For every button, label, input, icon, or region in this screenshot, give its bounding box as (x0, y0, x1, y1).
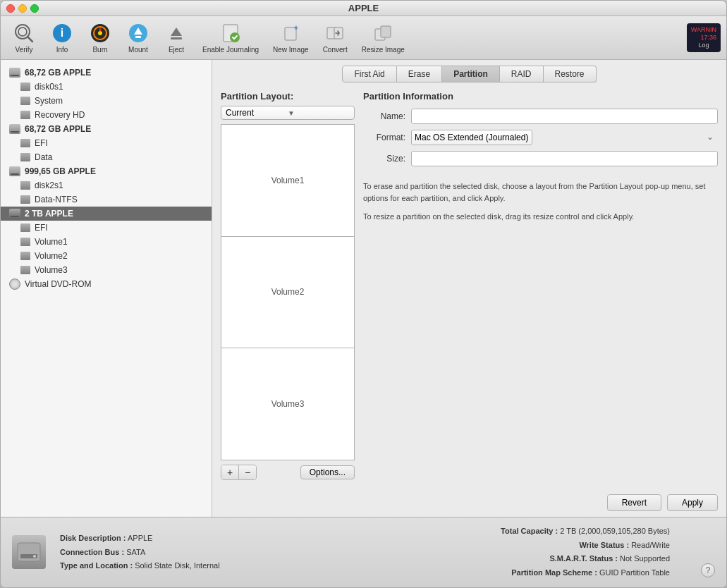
titlebar: APPLE (1, 1, 726, 16)
partition-layout-title: Partition Layout: (221, 91, 355, 102)
format-select-wrapper: Mac OS Extended (Journaled) (411, 130, 718, 145)
partition-label-vol2: Volume2 (271, 287, 305, 297)
sidebar-item-recovery-hd[interactable]: Recovery HD (1, 108, 212, 122)
minimize-button[interactable] (18, 4, 27, 13)
volume-icon-efi2 (20, 223, 30, 232)
sidebar-item-disk4[interactable]: 2 TB APPLE (1, 207, 212, 221)
sidebar-item-efi1[interactable]: EFI (1, 136, 212, 150)
smart-value: Not Supported (620, 554, 670, 563)
conn-bus-label: Connection Bus : (60, 548, 124, 556)
main-window: APPLE Verify i Info (0, 0, 727, 588)
toolbar-new-image[interactable]: + New Image (267, 19, 314, 56)
sidebar-item-disk1[interactable]: 68,72 GB APPLE (1, 66, 212, 80)
convert-icon (324, 22, 346, 44)
sidebar: 68,72 GB APPLE disk0s1 System Recovery H… (1, 60, 212, 517)
toolbar-mount[interactable]: Mount (121, 19, 156, 56)
dropdown-arrow-icon: ▼ (288, 109, 350, 117)
new-image-icon: + (279, 22, 302, 44)
status-bar: Disk Description : APPLE Connection Bus … (1, 517, 726, 587)
toolbar-eject[interactable]: Eject (159, 19, 194, 56)
sidebar-item-data[interactable]: Data (1, 150, 212, 164)
size-input[interactable] (411, 151, 718, 166)
toolbar-convert[interactable]: Convert (317, 19, 353, 56)
disk-desc-label: Disk Description : (60, 534, 126, 542)
partition-item-vol1[interactable]: Volume1 (221, 125, 354, 237)
log-label: Log (691, 42, 716, 49)
sidebar-item-virtual-dvd[interactable]: Virtual DVD-ROM (1, 277, 212, 291)
volume-icon-disk2s1 (20, 181, 30, 190)
revert-button[interactable]: Revert (607, 494, 661, 511)
format-label: Format: (363, 133, 405, 142)
traffic-lights (6, 4, 39, 13)
type-loc-value: Solid State Disk, Internal (135, 561, 219, 570)
help-button[interactable]: ? (701, 563, 715, 577)
partition-layout-section: Partition Layout: Current ▼ Volume1 Volu… (221, 91, 355, 480)
sidebar-item-disk2s1[interactable]: disk2s1 (1, 178, 212, 192)
add-partition-button[interactable]: + (221, 465, 238, 479)
partition-info-section: Partition Information Name: Format: Mac … (363, 91, 718, 480)
volume-icon-vol1 (20, 238, 30, 246)
toolbar-enable-journaling[interactable]: Enable Journaling (197, 19, 264, 56)
svg-point-2 (18, 27, 27, 36)
burn-label: Burn (92, 46, 107, 54)
type-loc-label: Type and Location : (60, 561, 133, 570)
tab-erase[interactable]: Erase (397, 66, 442, 82)
svg-point-23 (33, 555, 36, 558)
sidebar-item-volume3[interactable]: Volume3 (1, 263, 212, 277)
info-description-2: To resize a partition on the selected di… (363, 211, 718, 223)
partition-item-vol2[interactable]: Volume2 (221, 237, 354, 349)
panel-body: Partition Layout: Current ▼ Volume1 Volu… (212, 82, 726, 489)
sidebar-item-data-ntfs[interactable]: Data-NTFS (1, 192, 212, 207)
disk-large-icon (12, 535, 46, 569)
partition-label-vol3: Volume3 (271, 399, 305, 409)
sidebar-item-disk2[interactable]: 68,72 GB APPLE (1, 122, 212, 136)
window-title: APPLE (348, 3, 379, 13)
sidebar-item-system[interactable]: System (1, 94, 212, 108)
volume-icon-efi1 (20, 139, 30, 147)
tab-raid[interactable]: RAID (500, 66, 544, 82)
layout-dropdown[interactable]: Current ▼ (221, 106, 355, 120)
close-button[interactable] (6, 4, 15, 13)
log-button[interactable]: WARNIN 17:36 Log (687, 23, 721, 51)
partition-label-vol1: Volume1 (271, 176, 305, 185)
verify-icon (13, 22, 35, 44)
dvd-icon (9, 278, 20, 290)
disk-icon-4 (9, 209, 20, 219)
partition-canvas: Volume1 Volume2 Volume3 (221, 124, 355, 460)
zoom-button[interactable] (30, 4, 39, 13)
convert-label: Convert (323, 46, 348, 54)
partition-info-title: Partition Information (363, 91, 718, 102)
partition-item-vol3[interactable]: Volume3 (221, 348, 354, 460)
svg-rect-10 (135, 36, 141, 38)
format-select[interactable]: Mac OS Extended (Journaled) (411, 130, 532, 145)
tab-first-aid[interactable]: First Aid (342, 66, 396, 82)
eject-icon (165, 22, 188, 44)
toolbar-burn[interactable]: Burn (83, 19, 118, 56)
svg-rect-12 (171, 37, 182, 39)
sidebar-item-efi2[interactable]: EFI (1, 221, 212, 235)
total-cap-label: Total Capacity : (501, 527, 558, 535)
write-status-value: Read/Write (631, 541, 670, 549)
toolbar-info[interactable]: i Info (44, 19, 80, 56)
info-text: To erase and partition the selected disk… (363, 180, 718, 230)
sidebar-item-disk3[interactable]: 999,65 GB APPLE (1, 164, 212, 178)
svg-rect-21 (18, 543, 40, 561)
toolbar-resize-image[interactable]: Resize Image (356, 19, 410, 56)
sidebar-item-volume1[interactable]: Volume1 (1, 235, 212, 249)
size-label: Size: (363, 154, 405, 164)
sidebar-item-volume2[interactable]: Volume2 (1, 249, 212, 263)
options-button[interactable]: Options... (300, 465, 355, 479)
tabs-bar: First Aid Erase Partition RAID Restore (212, 60, 726, 82)
disk-icon-3 (9, 166, 20, 176)
name-input[interactable] (411, 109, 718, 124)
toolbar-verify[interactable]: Verify (6, 19, 42, 56)
tab-restore[interactable]: Restore (544, 66, 597, 82)
apply-button[interactable]: Apply (667, 494, 718, 511)
sidebar-item-disk0s1[interactable]: disk0s1 (1, 80, 212, 94)
volume-icon-data (20, 153, 30, 161)
tab-partition[interactable]: Partition (442, 66, 500, 82)
remove-partition-button[interactable]: − (238, 465, 256, 479)
disk-desc-value: APPLE (128, 534, 152, 542)
add-remove-buttons: + − (221, 465, 257, 480)
info-description-1: To erase and partition the selected disk… (363, 180, 718, 204)
